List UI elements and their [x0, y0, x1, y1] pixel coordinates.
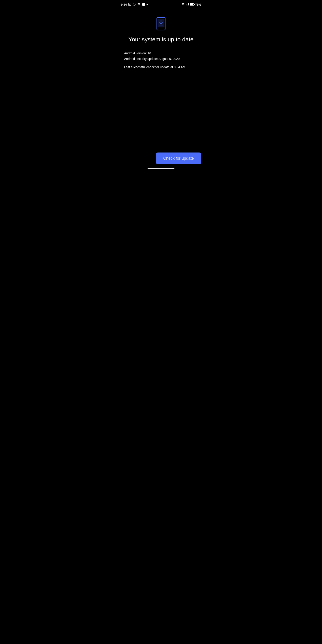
system-up-to-date-title: Your system is up to date	[124, 36, 198, 44]
phone-update-icon-container	[124, 17, 198, 30]
home-indicator	[148, 168, 174, 169]
wifi-status-icon	[181, 3, 185, 6]
svg-rect-0	[128, 3, 131, 5]
whatsapp-notification-icon	[132, 3, 136, 6]
battery-percentage: 75%	[195, 3, 201, 6]
status-left: 9:54 •	[121, 2, 148, 6]
dot-icon: •	[146, 2, 148, 6]
svg-rect-4	[129, 4, 130, 5]
phone-update-svg-icon	[154, 17, 168, 30]
last-check-line: Last successful check for update at 9:54…	[124, 64, 198, 70]
circle-icon	[142, 3, 145, 6]
svg-rect-10	[160, 18, 162, 18]
status-bar: 9:54 •	[118, 0, 204, 8]
wifi-alert-icon	[137, 3, 141, 6]
android-security-line: Android security update: August 5, 2020	[124, 56, 198, 62]
bottom-area: Check for update	[118, 152, 204, 174]
time-display: 9:54	[121, 3, 127, 6]
status-right: 75%	[181, 3, 201, 6]
info-section: Android version: 10 Android security upd…	[124, 50, 198, 70]
svg-rect-7	[194, 4, 195, 5]
android-version-line: Android version: 10	[124, 50, 198, 56]
svg-point-11	[160, 28, 161, 29]
calendar-notification-icon	[128, 3, 131, 6]
svg-rect-6	[190, 4, 193, 5]
main-content: Your system is up to date Android versio…	[118, 8, 204, 80]
check-for-update-button[interactable]: Check for update	[156, 152, 201, 164]
battery-icon: 75%	[190, 3, 201, 6]
signal-strength-icon	[186, 3, 189, 6]
